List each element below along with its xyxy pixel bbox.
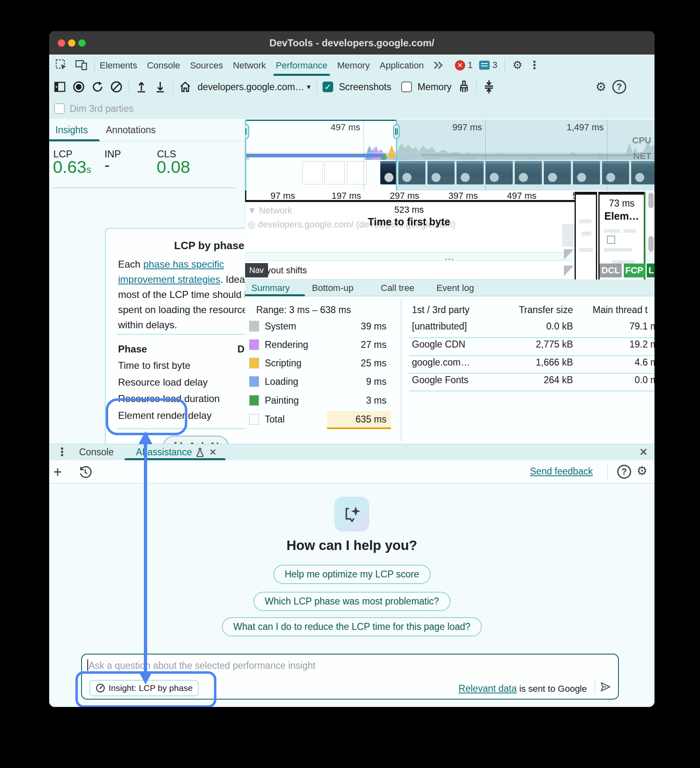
tab-bottom-up[interactable]: Bottom-up xyxy=(312,283,354,293)
close-drawer-icon[interactable]: ✕ xyxy=(639,446,648,459)
tab-network[interactable]: Network xyxy=(228,55,271,76)
relevant-data-link[interactable]: Relevant data xyxy=(459,683,517,694)
download-profile-icon[interactable] xyxy=(154,80,167,93)
more-tabs-icon[interactable] xyxy=(433,60,445,70)
party-cell[interactable]: [unattributed] xyxy=(412,321,467,332)
error-icon: ✕ xyxy=(455,60,465,70)
insights-tab-underline xyxy=(49,139,100,141)
main-thread-cell: 79.1 m xyxy=(593,321,655,332)
tab-drawer-console[interactable]: Console xyxy=(79,447,114,458)
help-icon[interactable]: ? xyxy=(612,80,626,94)
transfer-cell: 2,775 kB xyxy=(491,339,573,350)
filmstrip-frame[interactable] xyxy=(325,161,345,184)
tab-event-log[interactable]: Event log xyxy=(436,283,474,293)
summary-panel: Range: 3 ms – 638 ms System 39 ms Render… xyxy=(245,296,655,444)
overview-time-label: 1,497 ms xyxy=(555,122,604,133)
dcl-marker: DCL xyxy=(600,264,622,277)
tab-sources[interactable]: Sources xyxy=(185,55,228,76)
suggestion-chip[interactable]: What can I do to reduce the LCP time for… xyxy=(222,617,482,636)
drawer-help-icon[interactable]: ? xyxy=(617,465,631,479)
transfer-header: Transfer size xyxy=(491,304,573,316)
sidebar-tab-strip: Insights Annotations xyxy=(49,119,245,141)
panel-settings-gear-icon[interactable]: ⚙ xyxy=(595,81,607,93)
legend-value: 27 ms xyxy=(341,339,386,350)
tab-annotations[interactable]: Annotations xyxy=(106,125,155,136)
tab-performance[interactable]: Performance xyxy=(271,55,332,76)
toggle-sidebar-icon[interactable] xyxy=(53,80,66,93)
flame-ghost xyxy=(562,224,576,247)
record-icon[interactable] xyxy=(72,80,85,93)
legend-swatch xyxy=(249,321,259,332)
legend-swatch xyxy=(249,376,259,387)
send-feedback-link[interactable]: Send feedback xyxy=(530,466,593,477)
filmstrip-frame[interactable] xyxy=(380,161,397,184)
memory-label: Memory xyxy=(418,82,452,93)
device-toolbar-icon[interactable] xyxy=(75,59,88,71)
legend-value: 635 ms xyxy=(341,414,386,425)
overview-time-label: 497 ms xyxy=(319,122,360,133)
dim-third-parties-label: Dim 3rd parties xyxy=(70,103,134,114)
main-thread-cell: 4.6 m xyxy=(593,357,655,368)
error-badge[interactable]: ✕ 1 xyxy=(455,60,473,70)
devtools-tab-bar: Elements Console Sources Network Perform… xyxy=(49,55,655,76)
settings-gear-icon[interactable]: ⚙ xyxy=(512,60,522,71)
party-cell[interactable]: google.com… xyxy=(412,357,470,368)
home-icon[interactable] xyxy=(179,80,192,93)
filmstrip-frame[interactable] xyxy=(302,161,323,184)
selection-right-handle[interactable] xyxy=(393,124,400,139)
issues-badge[interactable]: 3 xyxy=(479,60,497,70)
screenshots-checkbox[interactable]: ✓ xyxy=(323,82,333,92)
tab-call-tree[interactable]: Call tree xyxy=(381,283,414,293)
transfer-cell: 0.0 kB xyxy=(491,321,573,332)
tab-console[interactable]: Console xyxy=(142,55,185,76)
scrollbar-thumb[interactable] xyxy=(648,236,654,252)
tab-elements[interactable]: Elements xyxy=(95,55,142,76)
issue-count: 3 xyxy=(492,60,497,70)
inspect-icon[interactable] xyxy=(56,59,67,71)
ask-ai-highlight-ring xyxy=(106,398,187,435)
memory-checkbox[interactable] xyxy=(401,82,412,92)
tab-insights[interactable]: Insights xyxy=(55,125,88,136)
chevron-down-icon: ▾ xyxy=(307,82,311,91)
lcp-metric-value: 0.63s xyxy=(53,157,91,177)
network-group-label: ▼ Network xyxy=(248,205,292,216)
collapse-tracks-icon[interactable] xyxy=(482,80,495,93)
timeline-overview[interactable]: 497 ms 997 ms 1,497 ms CPU NET xyxy=(245,120,655,191)
send-icon[interactable] xyxy=(599,681,611,693)
tab-memory[interactable]: Memory xyxy=(332,55,375,76)
legend-swatch xyxy=(249,339,259,350)
clear-icon[interactable] xyxy=(110,80,123,93)
garbage-collect-icon[interactable] xyxy=(457,80,470,93)
overview-dim-overlay xyxy=(397,120,655,191)
ai-assistance-icon xyxy=(334,497,369,532)
upload-profile-icon[interactable] xyxy=(135,80,148,93)
history-icon[interactable] xyxy=(79,466,92,479)
kebab-menu-icon[interactable]: ⋮ xyxy=(529,60,540,71)
insight-chip-highlight-ring xyxy=(75,671,216,707)
drawer-settings-gear-icon[interactable]: ⚙ xyxy=(636,465,648,477)
party-cell[interactable]: Google Fonts xyxy=(412,375,468,386)
party-cell[interactable]: Google CDN xyxy=(412,339,465,350)
fcp-marker: FCP xyxy=(624,264,645,277)
dim-third-parties-row: Dim 3rd parties xyxy=(49,98,655,119)
nav-badge: Nav xyxy=(245,263,268,277)
tab-application[interactable]: Application xyxy=(375,55,429,76)
issues-icon xyxy=(479,61,490,70)
ai-greeting: How can I help you? xyxy=(49,538,655,553)
dim-third-parties-checkbox[interactable] xyxy=(54,103,65,114)
ellipsis-icon: … xyxy=(444,255,455,258)
drawer-kebab-menu-icon[interactable]: ⋮ xyxy=(57,447,68,458)
scrollbar-thumb[interactable] xyxy=(648,193,654,208)
selection-left-handle[interactable] xyxy=(245,124,249,139)
reload-record-icon[interactable] xyxy=(91,80,104,93)
range-label: Range: 3 ms – 638 ms xyxy=(256,304,351,316)
tab-summary[interactable]: Summary xyxy=(251,283,290,293)
title-bar: DevTools - developers.google.com/ xyxy=(49,31,655,55)
suggestion-chip[interactable]: Which LCP phase was most problematic? xyxy=(253,592,450,611)
new-chat-icon[interactable]: + xyxy=(53,464,62,481)
suggestion-chip[interactable]: Help me optimize my LCP score xyxy=(273,565,430,584)
tab-ai-assistance[interactable]: AI assistance xyxy=(136,447,192,458)
close-ai-tab-icon[interactable]: ✕ xyxy=(209,447,216,458)
legend-label: Total xyxy=(265,414,285,425)
history-dropdown[interactable]: developers.google.com… ▾ xyxy=(198,82,311,93)
